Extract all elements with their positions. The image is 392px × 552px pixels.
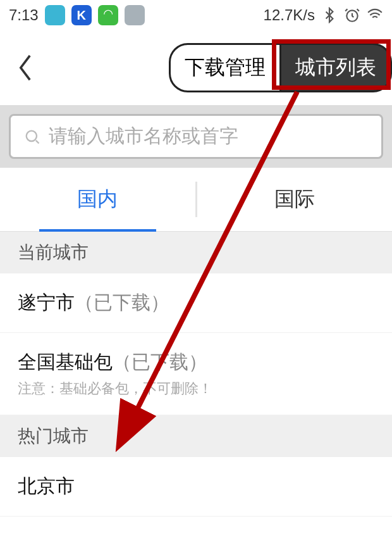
tabs: 国内 国际 [0, 168, 392, 232]
search-wrap: 请输入城市名称或首字 [0, 105, 392, 168]
app-icon-2 [71, 5, 92, 25]
download-status: （已下载） [75, 292, 169, 313]
app-icon-3 [98, 5, 118, 25]
city-name: 遂宁市 [18, 292, 75, 313]
bluetooth-icon [321, 7, 338, 23]
download-manager-button[interactable]: 下载管理 [169, 43, 281, 92]
tab-domestic[interactable]: 国内 [0, 168, 195, 231]
search-icon [23, 128, 41, 146]
status-speed: 12.7K/s [264, 6, 315, 24]
wifi-icon [367, 7, 383, 23]
back-button[interactable] [6, 49, 44, 87]
list-item-national[interactable]: 全国基础包（已下载） 注意：基础必备包，不可删除！ [0, 333, 392, 415]
list-item-beijing[interactable]: 北京市 [0, 457, 392, 517]
city-name: 全国基础包 [18, 351, 113, 372]
item-note: 注意：基础必备包，不可删除！ [18, 379, 374, 398]
city-name: 北京市 [18, 475, 75, 496]
app-icon-1 [45, 5, 65, 25]
search-placeholder: 请输入城市名称或首字 [49, 123, 238, 149]
header: 下载管理 城市列表 [0, 30, 392, 105]
chevron-left-icon [16, 53, 35, 83]
download-status: （已下载） [113, 351, 207, 372]
app-icon-4 [125, 5, 145, 25]
status-time: 7:13 [9, 6, 39, 24]
search-input[interactable]: 请输入城市名称或首字 [9, 114, 383, 159]
city-list-button[interactable]: 城市列表 [281, 43, 392, 92]
list-item-suining[interactable]: 遂宁市（已下载） [0, 273, 392, 333]
section-current-city: 当前城市 [0, 232, 392, 273]
alarm-icon [344, 7, 360, 23]
section-hot-city: 热门城市 [0, 415, 392, 457]
status-bar: 7:13 12.7K/s [0, 0, 392, 30]
svg-point-1 [27, 130, 37, 141]
button-group: 下载管理 城市列表 [169, 43, 392, 92]
tab-international[interactable]: 国际 [197, 168, 393, 231]
